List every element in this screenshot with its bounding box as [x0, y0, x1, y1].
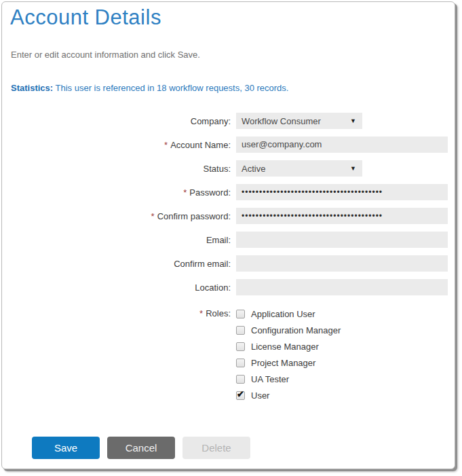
confirm-email-input[interactable] — [236, 255, 448, 272]
checkmark-icon: ✔ — [237, 389, 244, 399]
location-label: Location: — [2, 282, 231, 293]
password-input[interactable] — [236, 184, 448, 200]
company-label: Company: — [2, 116, 231, 126]
user-checkbox[interactable]: ✔ — [236, 391, 245, 400]
status-select[interactable]: Active ▼ — [236, 160, 362, 177]
role-label: UA Tester — [251, 374, 289, 384]
role-label: License Manager — [251, 342, 319, 352]
form-row-status: Status: Active ▼ — [2, 160, 455, 177]
email-input[interactable] — [236, 232, 448, 248]
company-select-value: Workflow Consumer — [242, 116, 321, 126]
configuration-manager-checkbox[interactable]: ✔ — [236, 326, 245, 335]
required-mark: * — [151, 211, 155, 221]
required-mark: * — [199, 308, 203, 318]
role-label: Project Manager — [251, 358, 315, 368]
account-form: Company: Workflow Consumer ▼ *Account Na… — [2, 113, 455, 403]
roles-label: *Roles: — [2, 306, 231, 322]
role-row-ua-tester: ✔ UA Tester — [236, 371, 341, 387]
project-manager-checkbox[interactable]: ✔ — [236, 359, 245, 367]
form-row-roles: *Roles: ✔ Application User ✔ Configurati… — [2, 306, 455, 403]
location-input[interactable] — [236, 279, 448, 295]
role-label: Configuration Manager — [251, 325, 341, 335]
page-title: Account Details — [10, 5, 161, 30]
statistics-text: This user is referenced in 18 workflow r… — [56, 83, 289, 93]
confirm-password-label: *Confirm password: — [2, 211, 231, 221]
form-row-email: Email: — [2, 232, 455, 248]
status-label: Status: — [2, 164, 231, 174]
status-select-value: Active — [242, 164, 265, 174]
confirm-password-input[interactable] — [236, 208, 448, 224]
license-manager-checkbox[interactable]: ✔ — [236, 342, 245, 351]
form-row-confirm-email: Confirm email: — [2, 255, 455, 272]
role-row-user: ✔ User — [236, 387, 341, 403]
save-button[interactable]: Save — [32, 437, 100, 459]
application-user-checkbox[interactable]: ✔ — [236, 310, 245, 318]
account-name-input[interactable] — [236, 136, 448, 153]
form-row-confirm-password: *Confirm password: — [2, 208, 455, 224]
role-row-configuration-manager: ✔ Configuration Manager — [236, 322, 341, 338]
button-bar: Save Cancel Delete — [32, 437, 258, 459]
role-row-application-user: ✔ Application User — [236, 306, 341, 322]
confirm-email-label: Confirm email: — [2, 259, 231, 269]
form-row-location: Location: — [2, 279, 455, 295]
page-subtitle: Enter or edit account information and cl… — [11, 50, 200, 60]
dropdown-arrow-icon: ▼ — [350, 165, 356, 172]
delete-button[interactable]: Delete — [182, 437, 250, 459]
company-select[interactable]: Workflow Consumer ▼ — [236, 113, 362, 129]
statistics-line: Statistics: This user is referenced in 1… — [11, 83, 288, 93]
role-row-license-manager: ✔ License Manager — [236, 338, 341, 354]
role-label: Application User — [251, 309, 315, 319]
statistics-label: Statistics: — [11, 83, 53, 93]
ua-tester-checkbox[interactable]: ✔ — [236, 375, 245, 384]
cancel-button[interactable]: Cancel — [107, 437, 175, 459]
form-row-password: *Password: — [2, 184, 455, 200]
role-label: User — [251, 390, 269, 401]
account-details-panel: Account Details Enter or edit account in… — [1, 1, 455, 469]
roles-list: ✔ Application User ✔ Configuration Manag… — [236, 306, 341, 403]
required-mark: * — [183, 187, 187, 198]
account-name-label: *Account Name: — [2, 140, 231, 150]
dropdown-arrow-icon: ▼ — [350, 117, 356, 124]
password-label: *Password: — [2, 187, 231, 198]
form-row-company: Company: Workflow Consumer ▼ — [2, 113, 455, 129]
required-mark: * — [164, 140, 168, 150]
role-row-project-manager: ✔ Project Manager — [236, 354, 341, 371]
form-row-account-name: *Account Name: — [2, 136, 455, 153]
email-label: Email: — [2, 235, 231, 245]
